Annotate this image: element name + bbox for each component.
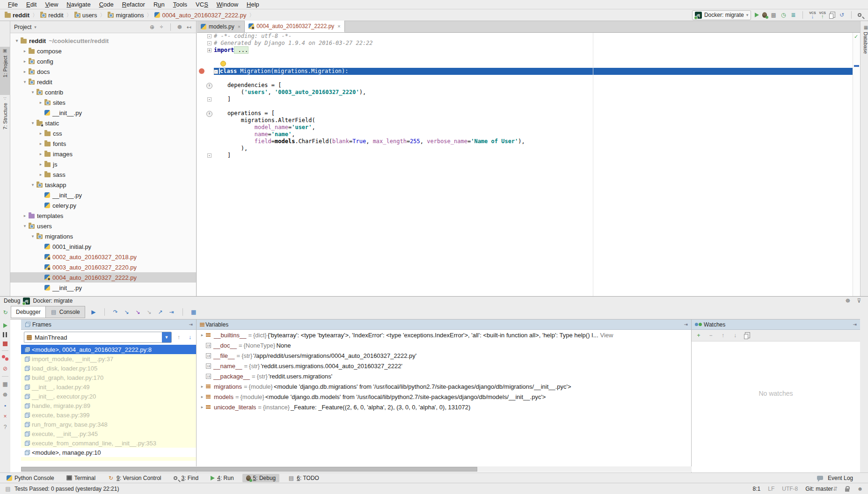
- tree-item[interactable]: ▾contrib: [10, 87, 196, 97]
- hide-panel-icon[interactable]: ↤: [186, 24, 192, 30]
- gutter-attribute-icon[interactable]: ↑: [206, 111, 212, 117]
- collapse-panel-icon[interactable]: ⇥: [853, 322, 857, 327]
- editor-tab[interactable]: models.py×: [197, 21, 245, 32]
- commit-changes-icon[interactable]: VCS↑: [819, 11, 826, 19]
- variable-row[interactable]: ▸unicode_literals={instance}_Feature: _F…: [197, 402, 691, 412]
- chevron-down-icon[interactable]: ▾: [29, 121, 36, 125]
- chevron-right-icon[interactable]: ▸: [21, 49, 29, 53]
- project-panel-title[interactable]: Project: [14, 24, 31, 30]
- chevron-right-icon[interactable]: ▸: [198, 384, 206, 389]
- frame-up-icon[interactable]: ↑: [175, 334, 182, 341]
- breadcrumb-item[interactable]: reddit: [40, 12, 64, 19]
- event-log-button[interactable]: Event Log: [813, 474, 857, 482]
- toolwindow-button-terminal[interactable]: Terminal: [63, 474, 99, 482]
- code-text[interactable]: dependencies = [: [214, 82, 853, 89]
- tree-item[interactable]: 0004_auto_20160327_2222.py: [10, 272, 196, 283]
- chevron-right-icon[interactable]: ▸: [37, 100, 44, 105]
- code-line[interactable]: -class Migration(migrations.Migration):: [197, 68, 853, 75]
- chevron-down-icon[interactable]: ▾: [34, 25, 36, 29]
- tree-item[interactable]: ▾reddit: [10, 77, 196, 87]
- tree-item[interactable]: ▸images: [10, 149, 196, 159]
- stack-frame[interactable]: execute_from_command_line, __init__.py:3…: [21, 438, 196, 448]
- code-text[interactable]: name='name',: [214, 131, 853, 138]
- force-step-into-icon[interactable]: ↘: [135, 309, 141, 315]
- menu-help[interactable]: Help: [242, 1, 263, 8]
- stack-frame[interactable]: __init__, loader.py:49: [21, 382, 196, 392]
- breakpoint-icon[interactable]: [199, 68, 204, 74]
- chevron-right-icon[interactable]: ▸: [198, 405, 206, 409]
- add-watch-icon[interactable]: +: [695, 332, 702, 339]
- tree-item[interactable]: 0002_auto_20160327_2018.py: [10, 252, 196, 262]
- collapse-panel-icon[interactable]: ⇥: [189, 322, 193, 327]
- settings-icon[interactable]: ☸: [2, 392, 8, 398]
- variable-row[interactable]: 18__doc__={NoneType}None: [197, 340, 691, 350]
- code-line[interactable]: ('users', '0003_auto_20160327_2220'),: [197, 89, 853, 96]
- tree-item[interactable]: ▸sites: [10, 97, 196, 108]
- toolwindow-button-debug[interactable]: 5: Debug: [242, 474, 280, 482]
- code-line[interactable]: ↑ operations = [: [197, 110, 853, 117]
- code-line[interactable]: migrations.AlterField(: [197, 117, 853, 124]
- tree-item[interactable]: ▸compose: [10, 46, 196, 56]
- stop-icon[interactable]: [3, 341, 7, 346]
- code-text[interactable]: [214, 54, 853, 61]
- code-line[interactable]: - ]: [197, 152, 853, 159]
- stack-frame[interactable]: <module>, 0004_auto_20160327_2222.py:8: [21, 345, 196, 354]
- run-icon[interactable]: [755, 13, 759, 17]
- breadcrumb-item[interactable]: users: [74, 12, 97, 19]
- chevron-down-icon[interactable]: ▼: [162, 332, 171, 342]
- code-line[interactable]: ),: [197, 145, 853, 152]
- chevron-right-icon[interactable]: ▸: [37, 141, 44, 146]
- close-tab-icon[interactable]: ×: [337, 23, 340, 29]
- stack-frame[interactable]: execute, base.py:399: [21, 410, 196, 420]
- code-text[interactable]: # Generated by Django 1.9.4 on 2016-03-2…: [214, 40, 853, 47]
- toolwindow-button-version-control[interactable]: ↻9: Version Control: [104, 474, 165, 482]
- concurrency-diagram-icon[interactable]: ≣: [790, 12, 796, 18]
- code-gutter[interactable]: [197, 54, 214, 61]
- locate-file-icon[interactable]: ⊕: [149, 24, 155, 30]
- code-line[interactable]: name='name',: [197, 131, 853, 138]
- resume-icon[interactable]: [3, 323, 7, 328]
- run-to-cursor-icon[interactable]: ⇥: [168, 309, 175, 315]
- code-line[interactable]: -# Generated by Django 1.9.4 on 2016-03-…: [197, 40, 853, 47]
- move-watch-up-icon[interactable]: ↑: [720, 332, 726, 339]
- toolwindow-button-run[interactable]: 4: Run: [207, 474, 237, 482]
- code-line[interactable]: +import ...: [197, 47, 853, 54]
- code-line[interactable]: [197, 61, 853, 68]
- step-over-icon[interactable]: ↷: [112, 309, 119, 315]
- pause-icon[interactable]: [3, 332, 4, 337]
- code-gutter[interactable]: [197, 89, 214, 96]
- code-gutter[interactable]: -: [197, 40, 214, 47]
- error-stripe[interactable]: ✓: [853, 33, 860, 296]
- code-gutter[interactable]: ↑: [197, 82, 214, 89]
- settings-icon[interactable]: ☸: [176, 24, 183, 30]
- menu-edit[interactable]: Edit: [22, 1, 41, 8]
- chevron-right-icon[interactable]: ▸: [37, 131, 44, 136]
- profiler-icon[interactable]: ◷: [780, 12, 787, 18]
- menu-code[interactable]: Code: [95, 1, 118, 8]
- breadcrumb-item[interactable]: reddit: [5, 12, 29, 19]
- tree-item[interactable]: ▾migrations: [10, 231, 196, 241]
- breadcrumb-item[interactable]: 0004_auto_20160327_2222.py: [154, 12, 246, 19]
- tree-item[interactable]: ▸fonts: [10, 138, 196, 149]
- tree-item[interactable]: ▸docs: [10, 66, 196, 77]
- toolwindow-button-todo[interactable]: ▤6: TODO: [284, 474, 323, 482]
- code-text[interactable]: ]: [214, 96, 853, 103]
- chevron-right-icon[interactable]: ▸: [37, 172, 44, 177]
- revert-icon[interactable]: ↺: [839, 12, 845, 18]
- tree-item[interactable]: ▸config: [10, 56, 196, 66]
- update-project-icon[interactable]: VCS↓: [809, 11, 816, 19]
- tree-item[interactable]: ▾users: [10, 221, 196, 231]
- fold-marker-icon[interactable]: -: [207, 97, 212, 102]
- code-line[interactable]: [197, 54, 853, 61]
- code-text[interactable]: ),: [214, 145, 853, 152]
- code-gutter[interactable]: [197, 124, 214, 131]
- tree-item[interactable]: 0003_auto_20160327_2220.py: [10, 262, 196, 272]
- chevron-right-icon[interactable]: ▸: [37, 152, 44, 156]
- search-everywhere-icon[interactable]: [858, 13, 861, 17]
- code-text[interactable]: field=models.CharField(blank=True, max_l…: [214, 138, 853, 145]
- rerun-icon[interactable]: ↻: [2, 309, 9, 316]
- tree-item[interactable]: __init__.py: [10, 283, 196, 293]
- toolwindow-toggle-icon[interactable]: ▤: [5, 486, 11, 492]
- code-gutter[interactable]: [197, 75, 214, 82]
- code-area[interactable]: -# -*- coding: utf-8 -*--# Generated by …: [197, 33, 853, 296]
